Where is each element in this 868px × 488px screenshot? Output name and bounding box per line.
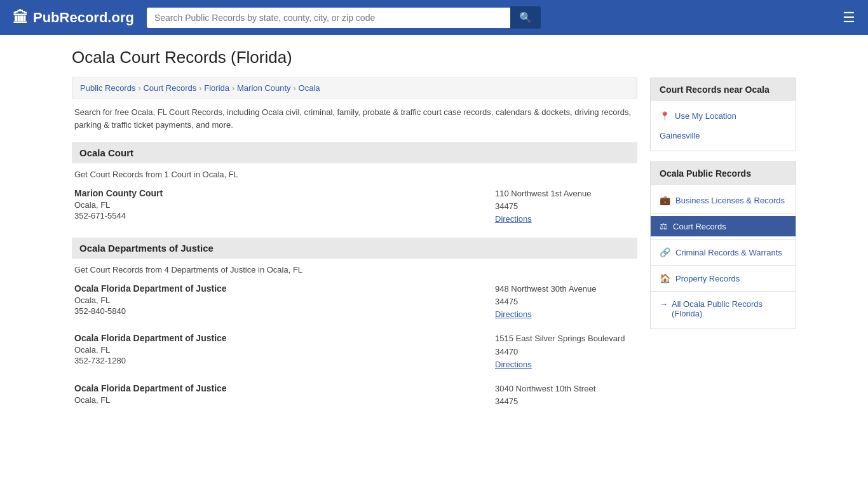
sidebar-item-business[interactable]: 💼 Business Licenses & Records [651,190,796,210]
sidebar-item-property-label: Property Records [675,274,740,283]
search-input[interactable] [147,8,510,28]
logo-icon: 🏛 [13,9,28,27]
divider-4 [651,291,796,292]
breadcrumb-ocala[interactable]: Ocala [299,83,320,93]
record-doj-3-address: 3040 Northwest 10th Street [495,383,635,395]
divider-2 [651,239,796,240]
directions-link-doj-2[interactable]: Directions [495,360,532,369]
use-location-label: Use My Location [675,111,736,121]
court-icon: ⚖ [660,221,668,231]
search-button[interactable]: 🔍 [510,6,541,29]
record-doj-3-name: Ocala Florida Department of Justice [74,383,495,393]
sidebar-item-court-label: Court Records [673,222,726,231]
directions-link-doj-1[interactable]: Directions [495,309,532,319]
section-court-info: Get Court Records from 1 Court in Ocala,… [72,170,637,179]
record-zip: 34475 [495,201,635,211]
sidebar: Court Records near Ocala 📍 Use My Locati… [650,78,796,339]
search-icon: 🔍 [519,12,532,23]
all-records-icon: → [660,299,668,309]
directions-link-1[interactable]: Directions [495,214,532,224]
sidebar-nearby-title: Court Records near Ocala [651,78,796,101]
criminal-icon: 🔗 [660,247,670,257]
page-description: Search for free Ocala, FL Court Records,… [72,106,637,131]
divider-3 [651,265,796,266]
business-icon: 💼 [660,195,670,205]
breadcrumb-sep-1: › [138,84,140,93]
record-doj-1: Ocala Florida Department of Justice Ocal… [72,283,637,319]
record-doj-2-address: 1515 East Silver Springs Boulevard [495,333,635,344]
record-doj-1-name: Ocala Florida Department of Justice [74,283,495,294]
sidebar-item-property[interactable]: 🏠 Property Records [651,268,796,288]
menu-icon[interactable]: ☰ [843,10,855,26]
search-bar: 🔍 [147,6,541,29]
section-doj: Ocala Departments of Justice Get Court R… [72,238,637,409]
record-doj-2-zip: 34470 [495,347,635,356]
record-address: 110 Northwest 1st Avenue [495,188,635,200]
main-content: Public Records › Court Records › Florida… [72,78,637,423]
section-doj-header: Ocala Departments of Justice [72,238,637,259]
record-city: Ocala, FL [74,200,495,210]
sidebar-use-location[interactable]: 📍 Use My Location [651,106,796,126]
record-doj-3-city: Ocala, FL [74,395,495,405]
breadcrumb-sep-3: › [232,84,234,93]
record-doj-3-zip: 34475 [495,396,635,406]
sidebar-public-records-box: Ocala Public Records 💼 Business Licenses… [650,161,796,329]
breadcrumb-sep-4: › [294,84,296,93]
record-doj-2: Ocala Florida Department of Justice Ocal… [72,333,637,369]
record-marion-county-court: Marion County Court Ocala, FL 352-671-55… [72,188,637,224]
all-records-label: All Ocala Public Records (Florida) [672,299,787,318]
record-doj-1-phone: 352-840-5840 [74,306,495,316]
breadcrumb-sep-2: › [199,84,201,93]
property-icon: 🏠 [660,273,670,283]
sidebar-all-records[interactable]: → All Ocala Public Records (Florida) [651,294,796,323]
sidebar-public-records-title: Ocala Public Records [651,162,796,185]
divider-1 [651,213,796,214]
section-court-header: Ocala Court [72,142,637,163]
location-icon: 📍 [660,111,670,121]
section-doj-info: Get Court Records from 4 Departments of … [72,265,637,274]
record-doj-2-phone: 352-732-1280 [74,356,495,365]
breadcrumb: Public Records › Court Records › Florida… [72,78,637,98]
breadcrumb-marion-county[interactable]: Marion County [237,83,291,93]
sidebar-item-criminal[interactable]: 🔗 Criminal Records & Warrants [651,242,796,262]
record-phone: 352-671-5544 [74,211,495,220]
record-doj-1-city: Ocala, FL [74,295,495,305]
logo-text: PubRecord.org [33,10,134,26]
sidebar-item-criminal-label: Criminal Records & Warrants [675,248,782,257]
record-doj-3: Ocala Florida Department of Justice Ocal… [72,383,637,409]
record-doj-1-address: 948 Northwest 30th Avenue [495,283,635,295]
record-doj-2-name: Ocala Florida Department of Justice [74,333,495,343]
breadcrumb-public-records[interactable]: Public Records [80,83,135,93]
site-header: 🏛 PubRecord.org 🔍 ☰ [0,0,868,35]
breadcrumb-court-records[interactable]: Court Records [143,83,196,93]
sidebar-item-court[interactable]: ⚖ Court Records [651,216,796,236]
sidebar-item-business-label: Business Licenses & Records [675,196,785,205]
record-name: Marion County Court [74,188,495,198]
breadcrumb-florida[interactable]: Florida [204,83,229,93]
section-court: Ocala Court Get Court Records from 1 Cou… [72,142,637,224]
page-title: Ocala Court Records (Florida) [72,48,796,67]
sidebar-nearby-box: Court Records near Ocala 📍 Use My Locati… [650,78,796,151]
record-doj-1-zip: 34475 [495,297,635,306]
record-doj-2-city: Ocala, FL [74,345,495,355]
site-logo[interactable]: 🏛 PubRecord.org [13,9,134,27]
sidebar-gainesville[interactable]: Gainesville [651,126,796,146]
